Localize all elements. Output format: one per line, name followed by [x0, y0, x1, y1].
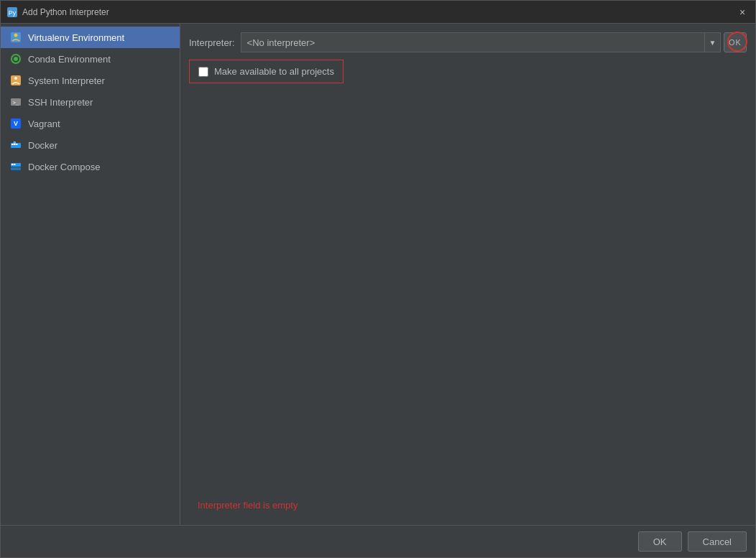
virtualenv-icon — [9, 31, 22, 44]
dialog-footer: OK Cancel — [1, 525, 755, 557]
svg-point-7 — [14, 77, 17, 80]
sidebar-item-label: Vagrant — [28, 118, 60, 129]
browse-button-label: OK — [729, 38, 742, 47]
dialog-body: Virtualenv Environment Conda Environment — [1, 24, 755, 525]
ok-button[interactable]: OK — [638, 531, 682, 552]
dialog-title: Add Python Interpreter — [22, 7, 735, 17]
sidebar-item-conda[interactable]: Conda Environment — [1, 48, 180, 70]
sidebar-item-label: SSH Interpreter — [28, 97, 93, 108]
interpreter-select-wrap: <No interpreter> ▼ — [241, 32, 721, 52]
svg-text:Py: Py — [9, 9, 17, 17]
sidebar-item-label: Docker — [28, 140, 57, 151]
svg-point-5 — [14, 57, 18, 61]
sidebar-item-label: Virtualenv Environment — [28, 32, 124, 43]
make-available-row: Make available to all projects — [189, 60, 344, 83]
sidebar-item-label: System Interpreter — [28, 75, 105, 86]
main-content: Interpreter: <No interpreter> ▼ OK Make … — [180, 24, 755, 525]
dropdown-arrow-button[interactable]: ▼ — [705, 32, 721, 52]
dialog-icon: Py — [6, 6, 18, 18]
sidebar-item-docker-compose[interactable]: Docker Compose — [1, 156, 180, 177]
add-python-interpreter-dialog: Py Add Python Interpreter × Virtualenv E… — [0, 0, 756, 558]
sidebar-item-ssh[interactable]: >_ SSH Interpreter — [1, 91, 180, 113]
error-message: Interpreter field is empty — [189, 494, 747, 516]
make-available-label: Make available to all projects — [214, 66, 334, 77]
close-button[interactable]: × — [735, 5, 750, 19]
svg-rect-15 — [16, 144, 18, 145]
sidebar: Virtualenv Environment Conda Environment — [1, 24, 180, 525]
svg-rect-13 — [11, 144, 14, 145]
sidebar-item-vagrant[interactable]: V Vagrant — [1, 113, 180, 134]
sidebar-item-virtualenv[interactable]: Virtualenv Environment — [1, 27, 180, 48]
vagrant-icon: V — [9, 117, 22, 130]
system-icon — [9, 74, 22, 87]
title-bar: Py Add Python Interpreter × — [1, 1, 755, 24]
interpreter-select[interactable]: <No interpreter> — [241, 32, 705, 52]
sidebar-item-system[interactable]: System Interpreter — [1, 70, 180, 91]
ssh-icon: >_ — [9, 96, 22, 108]
sidebar-item-docker[interactable]: Docker — [1, 134, 180, 156]
sidebar-item-label: Conda Environment — [28, 54, 111, 65]
browse-button[interactable]: OK — [724, 32, 747, 52]
interpreter-row: Interpreter: <No interpreter> ▼ OK — [189, 32, 747, 52]
sidebar-item-label: Docker Compose — [28, 162, 100, 172]
content-spacer — [189, 83, 747, 494]
svg-rect-16 — [14, 142, 16, 144]
docker-compose-icon — [9, 160, 22, 173]
interpreter-label: Interpreter: — [189, 37, 235, 48]
svg-rect-14 — [14, 144, 16, 145]
docker-icon — [9, 139, 22, 152]
make-available-checkbox[interactable] — [198, 67, 208, 77]
svg-rect-18 — [11, 167, 21, 170]
cancel-button[interactable]: Cancel — [688, 531, 747, 552]
svg-text:V: V — [14, 120, 18, 127]
svg-point-3 — [14, 34, 18, 37]
svg-text:>_: >_ — [13, 100, 19, 106]
svg-rect-19 — [11, 164, 14, 165]
conda-icon — [9, 52, 22, 65]
svg-rect-20 — [14, 164, 16, 165]
